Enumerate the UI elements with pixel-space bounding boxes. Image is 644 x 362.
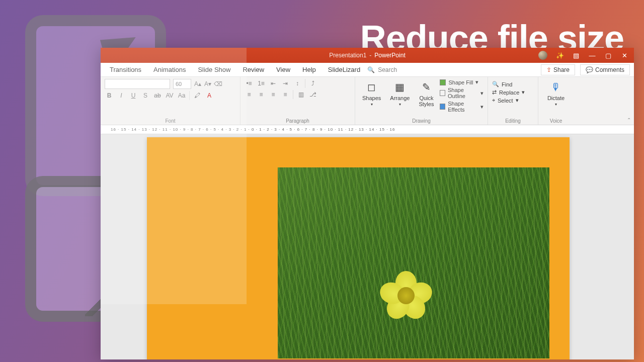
yellow-flower <box>378 268 434 323</box>
search-box[interactable]: 🔍Search <box>367 66 397 73</box>
tab-review[interactable]: Review <box>237 64 269 75</box>
shapes-icon: ◻ <box>365 80 379 94</box>
share-icon: ⇪ <box>546 66 551 73</box>
maximize-button[interactable]: ▢ <box>605 52 612 59</box>
align-center-button[interactable]: ≡ <box>257 90 266 99</box>
bullets-button[interactable]: •≡ <box>245 79 254 88</box>
replace-button[interactable]: ⇄Replace ▾ <box>492 89 534 96</box>
spacing-button[interactable]: AV <box>165 91 174 100</box>
smartart-button[interactable]: ⎇ <box>308 90 317 99</box>
select-button[interactable]: ⌖Select ▾ <box>492 97 534 104</box>
numbering-button[interactable]: 1≡ <box>257 79 266 88</box>
replace-icon: ⇄ <box>492 89 497 96</box>
window-title: Presentation1 - PowerPoint <box>329 52 405 59</box>
quick-styles-button[interactable]: ✎Quick Styles <box>416 79 437 108</box>
find-icon: 🔍 <box>492 81 499 87</box>
share-button[interactable]: ⇪Share <box>541 64 575 75</box>
text-direction-button[interactable]: ⤴ <box>308 79 317 88</box>
outdent-button[interactable]: ⇤ <box>269 79 278 88</box>
line-spacing-button[interactable]: ↕ <box>293 79 302 88</box>
font-family-select[interactable] <box>105 79 170 89</box>
underline-button[interactable]: U <box>129 91 138 100</box>
grass-texture <box>278 167 549 358</box>
fill-icon <box>440 79 446 85</box>
search-icon: 🔍 <box>367 66 375 73</box>
shadow-button[interactable]: S <box>141 91 150 100</box>
close-button[interactable]: ✕ <box>621 52 628 59</box>
flower-photo[interactable] <box>278 167 549 358</box>
group-voice: 🎙Dictate▾ Voice <box>538 77 574 125</box>
align-left-button[interactable]: ≡ <box>245 90 254 99</box>
effects-icon[interactable]: ✨ <box>556 52 564 59</box>
justify-button[interactable]: ≡ <box>281 90 290 99</box>
align-right-button[interactable]: ≡ <box>269 90 278 99</box>
strike-button[interactable]: ab <box>153 91 162 100</box>
tab-transitions[interactable]: Transitions <box>105 64 146 75</box>
select-icon: ⌖ <box>492 97 495 104</box>
font-size-select[interactable]: 60 <box>173 79 191 89</box>
find-button[interactable]: 🔍Find <box>492 81 534 87</box>
slide[interactable] <box>147 137 570 359</box>
shapes-button[interactable]: ◻Shapes▾ <box>359 79 384 108</box>
indent-button[interactable]: ⇥ <box>281 79 290 88</box>
group-editing: 🔍Find ⇄Replace ▾ ⌖Select ▾ Editing <box>488 77 538 125</box>
italic-button[interactable]: I <box>117 91 126 100</box>
arrange-button[interactable]: ▦Arrange▾ <box>387 79 413 108</box>
dictate-button[interactable]: 🎙Dictate▾ <box>542 79 570 108</box>
styles-icon: ✎ <box>419 80 433 94</box>
ribbon: 60 A▴ A▾ ⌫ B I U S ab AV Aa 🖍 A <box>101 77 634 125</box>
decrease-font-button[interactable]: A▾ <box>204 79 211 88</box>
tab-animations[interactable]: Animations <box>148 64 191 75</box>
shape-outline-button[interactable]: Shape Outline ▾ <box>440 87 484 99</box>
group-font: 60 A▴ A▾ ⌫ B I U S ab AV Aa 🖍 A <box>101 77 240 125</box>
shape-effects-button[interactable]: Shape Effects ▾ <box>440 101 484 113</box>
tab-slideshow[interactable]: Slide Show <box>193 64 235 75</box>
horizontal-ruler: 16 · 15 · 14 · 13 · 12 · 11 · 10 · 9 · 8… <box>101 125 634 134</box>
clear-format-button[interactable]: ⌫ <box>214 79 221 88</box>
minimize-button[interactable]: — <box>589 52 596 59</box>
shape-fill-button[interactable]: Shape Fill ▾ <box>440 79 484 85</box>
comments-button[interactable]: 💬Comments <box>580 64 630 75</box>
collapse-ribbon-button[interactable]: ⌃ <box>627 117 631 123</box>
tab-view[interactable]: View <box>271 64 295 75</box>
slide-canvas[interactable] <box>101 134 634 359</box>
ribbon-tabs: Transitions Animations Slide Show Review… <box>101 63 634 77</box>
highlight-button[interactable]: 🖍 <box>193 91 202 100</box>
increase-font-button[interactable]: A▴ <box>194 79 201 88</box>
microphone-icon: 🎙 <box>549 80 563 94</box>
bold-button[interactable]: B <box>105 91 114 100</box>
present-icon[interactable]: ▧ <box>573 52 580 59</box>
group-drawing: ◻Shapes▾ ▦Arrange▾ ✎Quick Styles Shape F… <box>355 77 488 125</box>
user-avatar[interactable] <box>538 51 547 60</box>
columns-button[interactable]: ▥ <box>296 90 305 99</box>
effects-icon <box>440 104 445 110</box>
case-button[interactable]: Aa <box>177 91 186 100</box>
group-paragraph: •≡ 1≡ ⇤ ⇥ ↕ ⤴ ≡ ≡ ≡ ≡ ▥ ⎇ Pa <box>240 77 355 125</box>
comments-icon: 💬 <box>586 66 593 73</box>
tab-slidelizard[interactable]: SlideLizard <box>323 64 365 75</box>
powerpoint-window: Presentation1 - PowerPoint ✨ ▧ — ▢ ✕ Tra… <box>101 48 634 359</box>
arrange-icon: ▦ <box>393 80 407 94</box>
titlebar: Presentation1 - PowerPoint ✨ ▧ — ▢ ✕ <box>101 48 634 63</box>
outline-icon <box>440 90 445 96</box>
font-color-button[interactable]: A <box>205 91 214 100</box>
tab-help[interactable]: Help <box>297 64 321 75</box>
